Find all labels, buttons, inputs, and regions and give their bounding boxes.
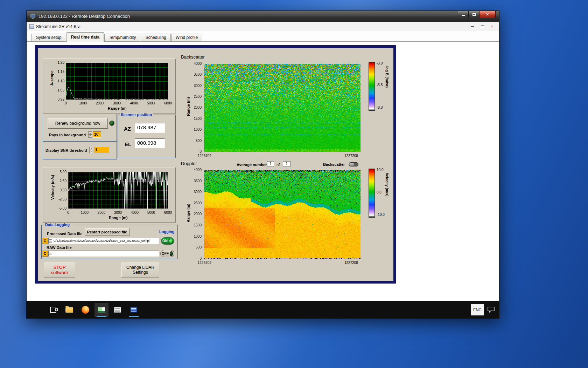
axis-tick: 1500	[189, 117, 202, 121]
axis-tick: -2.50	[54, 197, 66, 201]
axis-tick: 4000	[189, 62, 202, 66]
colorbar-tick: -10.0	[377, 213, 385, 217]
axis-tick: 1000	[189, 128, 202, 131]
axis-tick: 0	[59, 101, 72, 105]
axis-tick: 1.20	[52, 61, 64, 64]
snr-spinner-down[interactable]: ▼	[89, 150, 93, 153]
axis-tick: 4000	[189, 168, 202, 172]
app-minimize-button[interactable]	[468, 23, 477, 30]
rdp-computer-icon	[30, 14, 36, 19]
axis-tick: 3000	[189, 84, 202, 88]
file-explorer-button[interactable]	[62, 303, 76, 317]
rdp-minimize-button[interactable]	[458, 11, 469, 18]
rays-spinner-up[interactable]: ▲	[88, 131, 92, 135]
snr-spinner-up[interactable]: ▲	[89, 147, 93, 150]
backscatter-colorbar	[369, 62, 375, 111]
language-indicator[interactable]: ENG	[471, 304, 484, 315]
scheduler-icon	[130, 307, 137, 313]
tab-real-time-data[interactable]: Real time data	[66, 32, 104, 42]
doppler-backscatter-switch[interactable]	[349, 162, 358, 166]
axis-tick: 0.99	[52, 97, 64, 101]
axis-tick: 6000	[162, 101, 174, 105]
rays-spinner-down[interactable]: ▼	[88, 135, 92, 138]
snr-threshold-label: Display SNR threshold	[46, 148, 87, 152]
app-window-title: StreamLine XR v14-6.vi	[36, 24, 80, 29]
axis-tick: 5000	[145, 101, 157, 105]
front-panel: A-scope 1.20 1.15 1.10 1.05 0.99 0 1000 …	[38, 48, 393, 281]
az-label: AZ	[124, 126, 131, 132]
colorbar-tick: -3.0	[377, 61, 383, 65]
change-lidar-settings-button[interactable]: Change LiDAR Settings	[121, 263, 159, 277]
processed-logging-toggle[interactable]: ON	[161, 237, 174, 245]
average-number-field[interactable]: 1	[267, 161, 274, 167]
axis-tick: 3000	[189, 190, 202, 194]
switch-knob	[349, 163, 354, 166]
raw-data-file-label: RAW Data file	[47, 245, 72, 250]
task-view-button[interactable]	[46, 303, 60, 317]
raw-toggle-label: OFF	[162, 252, 169, 255]
action-center-icon[interactable]	[487, 306, 495, 313]
scan-window-icon	[114, 307, 121, 313]
app-window-controls: ×	[468, 22, 497, 31]
snr-spinner: ▲ ▼	[89, 147, 93, 153]
raw-logging-toggle[interactable]: OFF	[160, 250, 174, 257]
remote-desktop-screen: StreamLine XR v14-6.vi × System setup Re…	[27, 22, 499, 319]
axis-tick: 4000	[128, 211, 141, 214]
axis-tick: 2500	[189, 95, 202, 98]
stop-software-button[interactable]: STOP software	[44, 263, 75, 277]
tab-wind-profile[interactable]: Wind profile	[171, 34, 202, 41]
app-restore-button[interactable]	[477, 23, 487, 30]
scan-schedule-button[interactable]	[111, 303, 125, 317]
snr-value-field[interactable]: 1	[94, 147, 109, 153]
rdp-maximize-button[interactable]	[469, 11, 479, 18]
firefox-button[interactable]	[78, 303, 92, 317]
rdp-titlebar: 192.168.0.122 - Remote Desktop Connectio…	[27, 11, 499, 22]
processed-data-file-label: Processed Data file	[47, 232, 83, 236]
axis-tick: 3500	[189, 73, 202, 76]
doppler-colorbar	[369, 169, 375, 218]
colorbar-tick: -5.5	[377, 83, 383, 87]
rays-value-field[interactable]: 10	[93, 131, 101, 138]
axis-tick: 3000	[111, 101, 123, 105]
raw-path-field[interactable]	[48, 251, 159, 257]
processed-toggle-label: ON	[162, 239, 168, 243]
rays-spinner: ▲ ▼	[88, 131, 92, 138]
doppler-title: Doppler	[181, 161, 197, 166]
ascope-plot	[66, 63, 168, 100]
axis-tick: 500	[189, 139, 202, 143]
raw-toggle-lamp	[170, 251, 173, 256]
axis-tick: 2000	[189, 105, 202, 109]
renew-background-button[interactable]: Renew background now	[48, 118, 108, 129]
restart-processed-file-button[interactable]: Restart processed file	[85, 228, 130, 236]
el-value-field[interactable]: 000.098	[135, 138, 165, 148]
scanner-position-box	[118, 115, 176, 158]
axis-tick: -5.00	[54, 206, 66, 210]
axis-tick: 500	[189, 245, 202, 249]
rdp-close-button[interactable]: ×	[479, 11, 496, 18]
axis-tick: 1000	[78, 211, 91, 214]
average-number-label: Average number	[237, 163, 267, 167]
ascope-x-axis-label: Range (m)	[108, 106, 127, 110]
velocity-plot	[68, 172, 168, 209]
scheduler-button[interactable]	[127, 303, 141, 317]
path-browse-icon[interactable]	[49, 239, 52, 243]
axis-tick: 2000	[95, 211, 108, 214]
raw-drive-selector[interactable]: C	[42, 251, 48, 257]
processed-path-field[interactable]: C:\Lidar\Data\Proc\2023\202309\20230921\…	[48, 238, 159, 244]
renew-background-led	[109, 121, 114, 126]
axis-tick: 1500	[189, 223, 202, 227]
processed-drive-selector[interactable]: C	[42, 238, 48, 244]
average-of-field[interactable]: 1	[283, 161, 290, 167]
az-value-field[interactable]: 078.987	[135, 123, 165, 133]
doppler-x-start: 1226709	[198, 261, 211, 265]
app-close-button[interactable]: ×	[487, 23, 497, 30]
tab-scheduling[interactable]: Scheduling	[141, 34, 170, 41]
tab-system-setup[interactable]: System setup	[31, 34, 66, 41]
desktop-wallpaper: 192.168.0.122 - Remote Desktop Connectio…	[0, 0, 588, 368]
axis-tick: 2500	[189, 201, 202, 205]
tab-temp-humidity[interactable]: Temp/humidity	[104, 34, 140, 41]
path-browse-icon[interactable]	[49, 252, 52, 255]
rdp-window: 192.168.0.122 - Remote Desktop Connectio…	[26, 11, 499, 319]
streamline-app-button[interactable]	[94, 303, 108, 317]
colorbar-tick: 10.0	[377, 168, 383, 172]
